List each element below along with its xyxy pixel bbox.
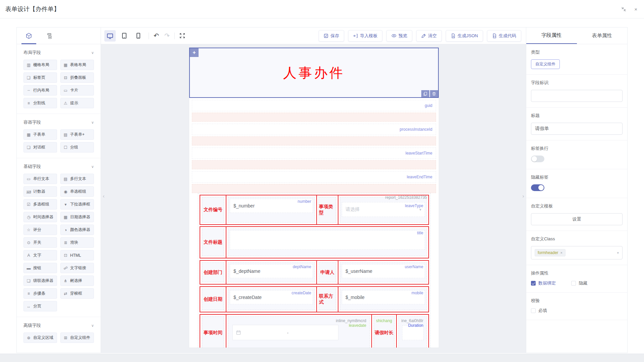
palette-item[interactable]: ▦表格布局: [60, 60, 94, 70]
remove-class-icon[interactable]: ×: [560, 251, 562, 255]
tab-field-properties[interactable]: 字段属性: [526, 27, 577, 44]
hidden-field-placeholder[interactable]: [192, 136, 436, 145]
required-checkbox[interactable]: 必填: [531, 308, 547, 314]
textarea-input[interactable]: [230, 230, 425, 250]
palette-item[interactable]: ❏对话框: [23, 142, 57, 153]
field-label[interactable]: 请假时长shichang: [374, 316, 394, 348]
palette-item[interactable]: ☍文字链接: [60, 263, 94, 273]
save-button[interactable]: 保存: [319, 30, 344, 42]
hidden-checkbox[interactable]: 隐藏: [571, 280, 587, 286]
hidden-field-placeholder[interactable]: [192, 184, 436, 193]
data-binding-checkbox[interactable]: 数据绑定: [531, 280, 556, 286]
palette-item[interactable]: ⊙开关: [23, 237, 57, 248]
palette-item[interactable]: ▭单行文本: [23, 174, 57, 184]
palette-item[interactable]: ≡步骤条: [23, 288, 57, 299]
palette-item[interactable]: ▾下拉选择框: [60, 199, 94, 209]
palette-item[interactable]: ▤子表单+: [60, 129, 94, 140]
hidden-field-row[interactable]: leaveStartTime: [192, 147, 436, 159]
import-template-button[interactable]: 导入模板: [348, 30, 382, 42]
redo-button[interactable]: ↷: [164, 32, 170, 40]
field-widget[interactable]: number$_number: [228, 197, 315, 223]
template-settings-button[interactable]: 设置: [531, 213, 623, 225]
palette-item[interactable]: ⊞自定义组件: [60, 333, 94, 343]
close-icon[interactable]: ×: [634, 6, 637, 12]
palette-item[interactable]: ┄行内布局: [23, 85, 57, 96]
palette-item[interactable]: ◑颜色选择器: [60, 225, 94, 235]
palette-item[interactable]: ⇄穿梭框: [60, 288, 94, 299]
palette-item[interactable]: ⋔树选择: [60, 276, 94, 286]
drag-handle-icon[interactable]: +: [190, 48, 199, 57]
palette-section-header[interactable]: 高级字段∨: [23, 322, 94, 328]
field-label[interactable]: 文件标题: [202, 229, 224, 256]
copy-icon[interactable]: [421, 90, 429, 97]
label-wrap-toggle[interactable]: [531, 156, 544, 162]
palette-item[interactable]: ▤多行文本: [60, 174, 94, 184]
palette-item[interactable]: ≡分割线: [23, 98, 57, 108]
palette-item[interactable]: ▬按钮: [23, 263, 57, 273]
fullscreen-button[interactable]: [179, 33, 185, 39]
field-widget[interactable]: userName$_userName: [340, 262, 427, 282]
palette-item[interactable]: ▦日期选择器: [60, 212, 94, 222]
custom-class-select[interactable]: formheader× ▾: [531, 246, 623, 259]
palette-item[interactable]: ▦子表单: [23, 129, 57, 140]
desktop-view-button[interactable]: [104, 30, 116, 42]
palette-section-header[interactable]: 容器字段∨: [23, 119, 94, 125]
palette-item[interactable]: ◷时间选择器: [23, 212, 57, 222]
collapse-left-panel-handle[interactable]: ‹: [101, 188, 106, 203]
palette-item[interactable]: ≣滑块: [60, 237, 94, 248]
field-label[interactable]: 申请人: [319, 262, 336, 282]
field-id-input[interactable]: [531, 90, 623, 102]
field-label[interactable]: 事项时间: [202, 316, 224, 348]
form-header-component[interactable]: + 人事办件: [189, 48, 439, 98]
collapse-right-panel-handle[interactable]: ›: [521, 188, 526, 203]
field-label[interactable]: 文件编号: [202, 197, 224, 223]
field-widget[interactable]: leaveType请选择▾: [340, 197, 427, 223]
palette-item[interactable]: ⚠提示: [60, 98, 94, 108]
field-widget[interactable]: title: [228, 229, 427, 256]
palette-item[interactable]: ▭卡片: [60, 85, 94, 96]
palette-item[interactable]: ⊡HTML: [60, 250, 94, 260]
palette-section-header[interactable]: 基础字段∨: [23, 164, 94, 170]
palette-item[interactable]: ⊟折叠面板: [60, 72, 94, 83]
hidden-field-placeholder[interactable]: [192, 160, 436, 169]
field-widget[interactable]: inline_nym8mcrdleavedate-: [228, 316, 370, 348]
clear-button[interactable]: 清空: [416, 30, 442, 42]
palette-item[interactable]: ▥栅格布局: [23, 60, 57, 70]
palette-tab-outline[interactable]: [46, 33, 52, 39]
hide-label-toggle[interactable]: [531, 184, 544, 191]
palette-item[interactable]: ☐分组: [60, 142, 94, 153]
field-label[interactable]: 创建日期: [202, 289, 224, 310]
field-widget[interactable]: createDate$_createDate: [228, 289, 315, 310]
field-label[interactable]: 联系方式: [319, 289, 336, 310]
palette-item[interactable]: 123计数器: [23, 186, 57, 197]
palette-item[interactable]: ☆评分: [23, 225, 57, 235]
title-input[interactable]: [531, 123, 623, 135]
palette-item[interactable]: ❏级联选择器: [23, 276, 57, 286]
hidden-field-row[interactable]: guid: [192, 100, 436, 111]
date-range-input[interactable]: -: [232, 325, 338, 340]
tablet-view-button[interactable]: [118, 30, 130, 42]
collapse-window-icon[interactable]: [621, 7, 626, 12]
palette-item[interactable]: ↔分页: [23, 301, 57, 311]
tab-form-properties[interactable]: 表单属性: [577, 27, 628, 44]
palette-section-header[interactable]: 布局字段∨: [23, 50, 94, 56]
palette-item[interactable]: ❑标签页: [23, 72, 57, 83]
phone-view-button[interactable]: [132, 30, 144, 42]
field-widget[interactable]: mobile$_mobile: [340, 289, 427, 310]
palette-item[interactable]: ◉单选框组: [60, 186, 94, 197]
field-label[interactable]: 事项类型: [319, 197, 336, 223]
field-label[interactable]: 创建部门: [202, 262, 224, 282]
hidden-field-row[interactable]: leaveEndTime: [192, 171, 436, 183]
palette-tab-components[interactable]: [25, 33, 32, 39]
palette-item[interactable]: ☑多选框组: [23, 199, 57, 209]
generate-json-button[interactable]: 生成JSON: [446, 30, 483, 42]
delete-icon[interactable]: [430, 90, 438, 97]
palette-item[interactable]: A文字: [23, 250, 57, 260]
generate-code-button[interactable]: 生成代码: [487, 30, 521, 42]
undo-button[interactable]: ↶: [154, 32, 159, 40]
field-widget[interactable]: ine_6ai0h8lrDuration: [398, 316, 427, 348]
field-widget[interactable]: deptName$_deptName: [228, 262, 315, 282]
hidden-field-row[interactable]: processInstanceId: [192, 124, 436, 135]
palette-item[interactable]: ⊕自定义区域: [23, 333, 57, 343]
hidden-field-placeholder[interactable]: [192, 113, 436, 122]
